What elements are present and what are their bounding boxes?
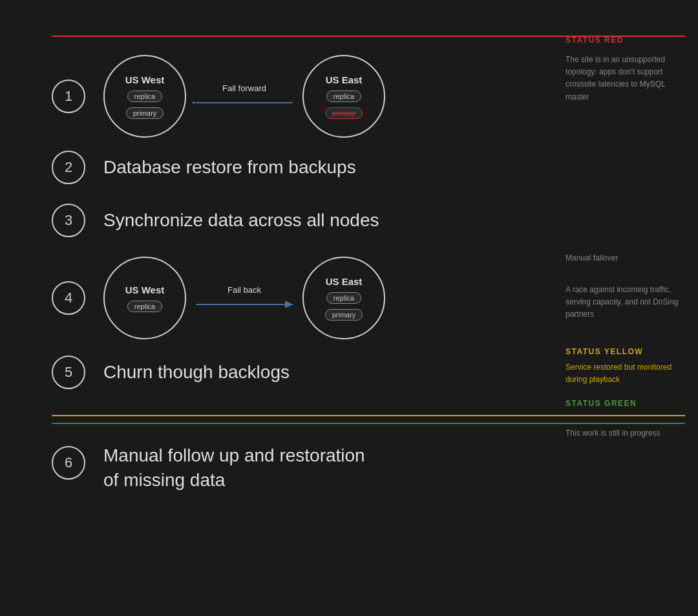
- status-yellow-label: STATUS YELLOW: [566, 347, 685, 356]
- diagram-1: US West replica primary Fail forward: [103, 55, 385, 138]
- step-5-number: 5: [52, 356, 85, 389]
- us-west-node-2: US West replica: [103, 257, 186, 339]
- yellow-divider: [52, 415, 685, 416]
- us-east-replica-badge-1: replica: [326, 90, 361, 102]
- step-6-number: 6: [52, 446, 85, 480]
- us-east-node-1: US East replica primary: [302, 55, 385, 138]
- step-1-number: 1: [52, 80, 85, 113]
- work-in-progress-text: This work is still in progress: [566, 427, 685, 440]
- arrow-fail-back: Fail back: [186, 285, 302, 312]
- step-4-number: 4: [52, 281, 85, 315]
- us-east-replica-badge-2: replica: [326, 292, 361, 304]
- step-3-text: Synchronize data across all nodes: [103, 210, 379, 231]
- us-west-primary-badge-1: primary: [126, 107, 164, 119]
- diagram-2: US West replica Fail back: [103, 257, 385, 339]
- status-yellow-text: Service restored but monitored during pl…: [566, 361, 685, 386]
- fail-back-label: Fail back: [227, 285, 261, 295]
- status-red-label: STATUS RED: [566, 36, 685, 45]
- step-3-container: 3 Synchronize data across all nodes: [52, 204, 556, 237]
- us-east-primary-badge-2: primary: [325, 309, 363, 321]
- step-2-number: 2: [52, 151, 85, 184]
- step-4-container: 4 US West replica Fail back: [52, 257, 556, 339]
- us-west-replica-badge-2: replica: [127, 301, 162, 312]
- us-east-primary-badge-1: primary: [325, 107, 363, 119]
- fail-forward-label: Fail forward: [222, 83, 266, 93]
- race-text: A race against incoming traffic, serving…: [566, 284, 685, 321]
- us-west-replica-badge-1: replica: [127, 90, 162, 102]
- arrow-left-svg: [193, 96, 296, 110]
- status-red-text: The site is in an unsupported topology: …: [566, 54, 685, 103]
- status-green-label: STATUS GREEN: [566, 399, 685, 408]
- step-2-container: 2 Database restore from backups: [52, 151, 556, 184]
- us-west-label-1: US West: [125, 74, 165, 85]
- us-east-node-2: US East replica primary: [302, 257, 385, 339]
- sidebar: STATUS RED The site is in an unsupported…: [556, 0, 698, 616]
- top-divider-red: [52, 36, 685, 37]
- step-5-container: 5 Churn though backlogs: [52, 356, 556, 389]
- step-5-text: Churn though backlogs: [103, 362, 290, 383]
- arrow-fail-forward: Fail forward: [186, 83, 302, 110]
- us-west-label-2: US West: [125, 284, 165, 295]
- manual-failover-text: Manual failover: [566, 252, 685, 264]
- us-east-label-2: US East: [326, 276, 363, 287]
- step-3-number: 3: [52, 204, 85, 237]
- us-east-label-1: US East: [326, 74, 363, 85]
- arrow-right-svg: [193, 297, 296, 312]
- step-1-container: 1 US West replica primary Fail forward: [52, 55, 556, 138]
- step-6-container: 6 Manual follow up and restorationof mis…: [52, 443, 556, 493]
- us-west-node-1: US West replica primary: [103, 55, 186, 138]
- step-2-text: Database restore from backups: [103, 157, 356, 178]
- step-6-text: Manual follow up and restorationof missi…: [103, 443, 365, 493]
- green-divider: [52, 423, 685, 424]
